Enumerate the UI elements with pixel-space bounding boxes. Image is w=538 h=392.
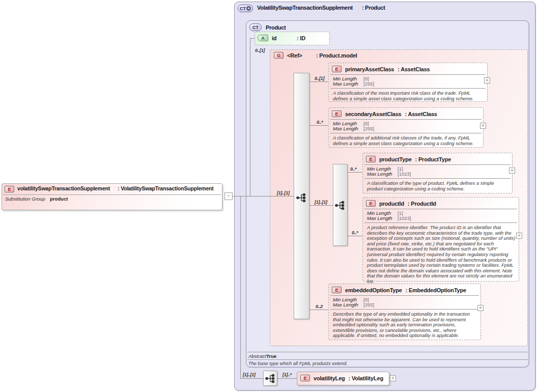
facet-label: Max Length	[367, 216, 398, 221]
divider	[330, 295, 479, 296]
element-name: productType	[379, 156, 412, 162]
element-icon: E	[366, 156, 376, 162]
product-doc: The base type which all FpML products ex…	[248, 361, 348, 366]
element-volatilityleg-box[interactable]: E volatilityLeg : VolatilityLeg	[297, 372, 389, 385]
group-name: <Ref>	[287, 52, 313, 59]
substitution-group-value: product	[50, 196, 68, 202]
sequence-box[interactable]	[263, 371, 277, 386]
abstract-value: True	[266, 353, 276, 359]
element-name: embeddedOptionType	[345, 287, 402, 293]
divider	[364, 178, 511, 179]
element-name: volatilityLeg	[314, 375, 345, 381]
element-icon: E	[5, 186, 14, 192]
cardinality-productid: 0..*	[352, 230, 358, 235]
complextype-base: : Product	[362, 5, 385, 11]
abstract-label: Abstract	[248, 353, 266, 359]
cardinality-seq-inner: [1]..[1]	[315, 200, 327, 205]
cardinality-secondaryassetclass: 0..*	[317, 120, 323, 125]
connector	[348, 236, 362, 236]
facet-label: Max Length	[333, 302, 363, 307]
connector	[309, 125, 328, 126]
facet-value: [255]	[363, 126, 374, 131]
ct-icon-label: CT	[252, 25, 259, 30]
product-header: CT Product	[246, 21, 529, 33]
facet-value: [1023]	[398, 172, 411, 177]
element-secondaryassetclass-box[interactable]: E secondaryAssetClass : AssetClass Min L…	[328, 107, 484, 148]
element-doc: A product reference identifier. The prod…	[363, 223, 519, 286]
ct-icon: CT	[249, 23, 262, 31]
divider	[364, 222, 517, 223]
plus-circle-icon: +	[246, 6, 251, 11]
facet-label: Max Length	[367, 172, 398, 177]
sequence-icon	[335, 201, 346, 210]
element-icon: E	[332, 287, 342, 293]
cardinality-seq-outer: [1]..[1]	[277, 190, 290, 195]
element-name: primaryAssetClass	[345, 66, 394, 72]
element-doc: A classification of additional risk clas…	[329, 134, 483, 147]
element-doc: A classification of the type of product.…	[363, 179, 512, 192]
expand-toggle-producttype[interactable]: +	[509, 167, 515, 174]
connector	[309, 81, 328, 82]
cardinality-ref: 0..[1]	[255, 48, 265, 53]
expand-toggle-productid[interactable]: +	[516, 233, 522, 239]
expand-toggle-volatilityleg[interactable]: +	[390, 375, 396, 381]
connector	[309, 205, 333, 206]
product-title: Product	[266, 23, 286, 31]
facet-label: Max Length	[333, 126, 363, 131]
divider	[247, 359, 528, 360]
facet-value: [255]	[363, 302, 374, 307]
facet-value: [255]	[363, 81, 374, 87]
attribute-id-box[interactable]: A id : ID	[254, 32, 330, 45]
connector	[240, 196, 241, 379]
divider	[330, 74, 486, 75]
connector	[240, 378, 263, 379]
element-type: : ProductId	[408, 201, 436, 207]
divider	[330, 88, 486, 89]
cardinality-embeddedoptiontype: 0..2	[316, 304, 323, 309]
element-root-volatilityswaptransactionsupplement-box[interactable]: E volatilitySwapTransactionSupplement : …	[2, 183, 222, 210]
element-name: productId	[379, 201, 404, 207]
divider	[364, 164, 511, 165]
element-icon: E	[300, 375, 310, 381]
group-icon: G	[274, 52, 284, 59]
sequence-icon	[265, 374, 276, 383]
connector	[250, 38, 254, 39]
collapse-toggle[interactable]: −	[224, 192, 233, 200]
attribute-type: : ID	[297, 35, 305, 41]
element-icon: E	[366, 200, 376, 207]
cardinality-producttype: 0..*	[350, 166, 356, 172]
group-type: : Product.model	[316, 52, 357, 59]
element-type: : EmbeddedOptionType	[406, 287, 466, 293]
element-name: volatilitySwapTransactionSupplement	[17, 186, 115, 192]
connector	[250, 38, 250, 196]
expand-toggle-secondaryassetclass[interactable]: +	[480, 123, 486, 129]
element-productid-box[interactable]: E productId : ProductId Min Length[1] Ma…	[362, 197, 519, 282]
attribute-icon: A	[258, 35, 268, 41]
expand-toggle-primaryassetclass[interactable]: +	[484, 77, 490, 83]
ct-icon-label: CT	[240, 6, 246, 11]
element-doc: A classification of the most important r…	[329, 89, 487, 102]
element-embeddedoptiontype-box[interactable]: E embeddedOptionType : EmbeddedOptionTyp…	[328, 284, 481, 340]
element-producttype-box[interactable]: E productType : ProductType Min Length[1…	[362, 153, 513, 193]
element-icon: E	[332, 66, 342, 72]
connector	[277, 378, 297, 379]
element-type: : ProductType	[415, 156, 451, 162]
connector	[309, 310, 328, 310]
divider	[247, 352, 528, 352]
divider	[364, 209, 517, 209]
cardinality-volatilityleg: [1]..*	[282, 372, 292, 377]
complextype-title: VolatilitySwapTransactionSupplement	[257, 5, 359, 11]
element-type: : AssetClass	[405, 111, 437, 117]
element-type: : VolatilitySwapTransactionSupplement	[118, 186, 219, 192]
facet-label: Max Length	[333, 81, 363, 87]
element-primaryassetclass-box[interactable]: E primaryAssetClass : AssetClass Min Len…	[328, 63, 488, 102]
connector	[348, 172, 362, 173]
sequence-icon	[296, 193, 307, 203]
element-type: : VolatilityLeg	[349, 375, 383, 381]
divider	[330, 133, 482, 133]
expand-toggle-embeddedoptiontype[interactable]: +	[477, 305, 484, 311]
cardinality-extension-seq: [1]..[1]	[243, 372, 256, 377]
element-name: secondaryAssetClass	[345, 111, 402, 117]
element-doc: Describes the type of any embedded optio…	[329, 310, 480, 340]
complextype-plus-icon: CT+	[238, 5, 253, 12]
